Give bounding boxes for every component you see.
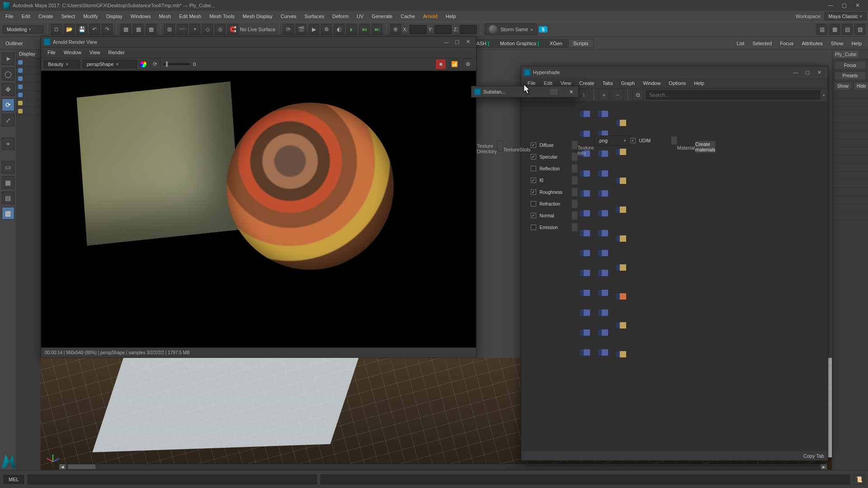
hypershade-titlebar[interactable]: Hypershade — ▢ ✕ [521,66,828,78]
slot-value-input[interactable] [571,141,578,150]
hs-menu-window[interactable]: Window [639,80,664,87]
construction-history-icon[interactable]: ⟳ [283,24,294,35]
create-materials-button[interactable]: Create materials [695,141,716,153]
slot-checkbox[interactable] [531,154,536,160]
slot-checkbox[interactable] [531,201,536,206]
slot-value-input[interactable] [571,188,578,197]
shelf-tab-motion-graphics[interactable]: Motion Graphics ] [495,39,544,48]
color-picker-icon[interactable] [140,61,147,68]
menu-cache[interactable]: Cache [397,12,419,20]
menu-edit-mesh[interactable]: Edit Mesh [175,12,205,20]
save-scene-icon[interactable]: 💾 [76,24,87,35]
substance-close[interactable]: ✕ [566,89,576,95]
copy-tab-label[interactable]: Copy Tab [803,453,824,459]
refresh-render-icon[interactable]: ⟳ [150,59,160,70]
attr-menu-focus[interactable]: Focus [776,39,797,47]
arnold-minimize[interactable]: — [441,39,452,45]
move-tool[interactable]: ✥ [2,83,14,96]
new-scene-icon[interactable]: 🗋 [51,24,62,35]
stop-render-icon[interactable]: ■ [435,59,446,70]
snap-point-icon[interactable]: • [189,24,200,35]
attr-menu-help[interactable]: Help [848,39,865,47]
rotate-tool[interactable]: ⟳ [2,99,14,111]
menu-mesh-display[interactable]: Mesh Display [239,12,276,20]
menu-uv[interactable]: UV [353,12,367,20]
select-tool[interactable]: ➤ [2,52,14,65]
menu-select[interactable]: Select [58,12,79,20]
render-settings-gear-icon[interactable]: ⚙ [462,59,473,70]
graph-up-icon[interactable]: ↕ [578,89,589,100]
xyz-toggle-icon[interactable]: ⊕ [390,24,401,35]
udim-checkbox[interactable] [630,138,636,143]
menu-modify[interactable]: Modify [80,12,101,20]
hs-menu-help[interactable]: Help [690,80,708,87]
script-editor-icon[interactable]: 📜 [854,474,864,485]
select-mode2-icon[interactable]: ▦ [133,24,144,35]
hs-menu-tabs[interactable]: Tabs [599,80,616,87]
layout-custom[interactable]: ▤ [2,192,14,204]
hypershade-minimize[interactable]: — [790,70,802,75]
slot-checkbox[interactable] [531,178,536,183]
panel-layout1-icon[interactable]: ▥ [816,24,827,35]
shelf-tab-scripts[interactable]: Scripts [568,39,594,48]
presets-button[interactable]: Presets [834,71,866,80]
hs-menu-create[interactable]: Create [576,80,598,87]
slot-value-input[interactable] [571,223,578,232]
notification-badge[interactable]: 5 [539,26,547,33]
live-surface-icon[interactable]: 🧲 [227,24,238,35]
menu-mesh[interactable]: Mesh [155,12,175,20]
slot-value-input[interactable] [571,164,578,173]
hypershade-icon[interactable]: ◐ [334,24,344,35]
menu-generate[interactable]: Generate [368,12,396,20]
workspace-dropdown[interactable]: Maya Classic [825,12,866,20]
maximize-button[interactable]: ▢ [837,1,851,10]
snap-curve-icon[interactable]: 〰 [177,24,188,35]
layout-custom2[interactable]: ▥ [2,207,14,220]
x-input[interactable] [410,25,427,34]
focus-button[interactable]: Focus [834,61,866,70]
menu-deform[interactable]: Deform [329,12,352,20]
slot-checkbox[interactable] [531,166,536,171]
last-tool[interactable]: ⌖ [2,137,14,150]
slot-value-input[interactable] [571,176,578,185]
render-aov-dropdown[interactable]: Beauty [44,60,80,68]
hs-menu-graph[interactable]: Graph [618,80,639,87]
menu-surfaces[interactable]: Surfaces [301,12,328,20]
undo-icon[interactable]: ↶ [89,24,100,35]
slot-checkbox[interactable] [531,142,536,148]
panel-layout4-icon[interactable]: ▧ [854,24,865,35]
texture-directory-input[interactable] [497,141,503,151]
attr-menu-list[interactable]: List [733,39,748,47]
z-input[interactable] [460,25,477,34]
panel-layout2-icon[interactable]: ▦ [829,24,840,35]
show-button[interactable]: Show [834,82,852,90]
menu-curves[interactable]: Curves [277,12,300,20]
attr-tab-0[interactable]: Ply_Cube [833,51,859,58]
snap-view-icon[interactable]: ◎ [215,24,226,35]
arnold-menu-file[interactable]: File [44,49,59,56]
y-input[interactable] [434,25,452,34]
menu-edit[interactable]: Edit [18,12,34,20]
playblast-icon[interactable]: ⏵ [346,24,357,35]
attr-menu-attributes[interactable]: Attributes [798,39,826,47]
search-dropdown-icon[interactable] [823,92,825,98]
render-settings-icon[interactable]: ⚙ [321,24,332,35]
rss-icon[interactable]: 📶 [449,59,460,70]
slot-value-input[interactable] [571,152,578,161]
attr-menu-selected[interactable]: Selected [749,39,776,47]
remove-selected-icon[interactable]: － [612,89,623,100]
hypershade-close[interactable]: ✕ [813,70,825,75]
substance-tab-extra[interactable] [549,88,558,95]
menu-windows[interactable]: Windows [127,12,155,20]
hypershade-search[interactable] [646,90,820,99]
timeline-scroll[interactable]: ◀▶ [59,464,827,470]
layout-single[interactable]: ▭ [2,161,14,174]
show-connected-icon[interactable]: ⧉ [632,89,643,100]
snap-plane-icon[interactable]: ◇ [202,24,213,35]
select-mode-icon[interactable]: ▦ [120,24,131,35]
arnold-close[interactable]: ✕ [462,39,473,45]
minimize-button[interactable]: — [824,1,837,10]
script-language-dropdown[interactable]: MEL [4,475,24,484]
range-start-icon[interactable]: ⏮ [359,24,370,35]
outliner-display-label[interactable]: Display [16,50,40,58]
